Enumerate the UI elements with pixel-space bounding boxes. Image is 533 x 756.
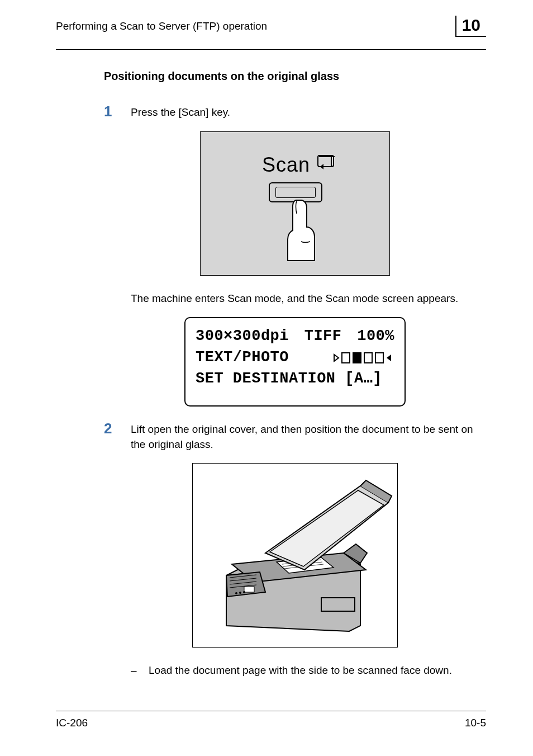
svg-rect-2 bbox=[353, 353, 361, 363]
density-indicator-icon bbox=[333, 347, 394, 368]
page-header: Performing a Scan to Server (FTP) operat… bbox=[56, 20, 486, 38]
page: Performing a Scan to Server (FTP) operat… bbox=[0, 0, 533, 756]
lcd-quality: TEXT/PHOTO bbox=[196, 347, 289, 368]
step-1-result-text: The machine enters Scan mode, and the Sc… bbox=[104, 291, 486, 306]
chapter-number-box: 10 bbox=[455, 16, 486, 37]
footer-page-number: 10-5 bbox=[465, 717, 486, 729]
lcd-resolution: 300×300dpi bbox=[196, 326, 289, 347]
content-area: Positioning documents on the original gl… bbox=[56, 50, 486, 678]
step-2-bullet: – Load the document page with the side t… bbox=[104, 663, 486, 678]
lcd-line-1: 300×300dpi TIFF 100% bbox=[196, 326, 394, 347]
running-head: Performing a Scan to Server (FTP) operat… bbox=[56, 20, 267, 32]
step-1-text: Press the [Scan] key. bbox=[131, 105, 486, 120]
chapter-number: 10 bbox=[462, 16, 480, 34]
svg-rect-1 bbox=[342, 353, 350, 363]
figure-scan-key: Scan bbox=[200, 131, 390, 276]
figure-copier bbox=[192, 463, 398, 648]
lcd-line-2: TEXT/PHOTO bbox=[196, 347, 394, 368]
step-1: 1 Press the [Scan] key. bbox=[104, 105, 486, 120]
bullet-dash: – bbox=[131, 663, 149, 678]
page-footer: IC-206 10-5 bbox=[56, 711, 486, 729]
step-2-bullet-text: Load the document page with the side to … bbox=[149, 663, 452, 678]
svg-point-7 bbox=[235, 592, 237, 594]
scan-key-label: Scan bbox=[262, 153, 310, 177]
lcd-line-3: SET DESTINATION [A…] bbox=[196, 368, 394, 390]
step-2: 2 Lift open the original cover, and then… bbox=[104, 422, 486, 452]
svg-rect-3 bbox=[364, 353, 372, 363]
section-heading: Positioning documents on the original gl… bbox=[104, 70, 486, 83]
svg-rect-4 bbox=[375, 353, 383, 363]
svg-point-9 bbox=[243, 591, 245, 593]
figure-lcd: 300×300dpi TIFF 100% TEXT/PHOTO bbox=[184, 317, 406, 407]
lcd-zoom: 100% bbox=[357, 326, 394, 347]
svg-point-8 bbox=[239, 592, 241, 594]
figure-lcd-wrap: 300×300dpi TIFF 100% TEXT/PHOTO bbox=[104, 317, 486, 407]
step-2-number: 2 bbox=[104, 421, 131, 436]
lcd-format: TIFF bbox=[304, 326, 342, 347]
lcd-destination: SET DESTINATION [A…] bbox=[196, 368, 382, 390]
svg-rect-6 bbox=[244, 587, 254, 592]
copier-illustration-icon bbox=[193, 464, 398, 648]
step-1-number: 1 bbox=[104, 104, 131, 119]
step-2-text: Lift open the original cover, and then p… bbox=[131, 422, 486, 452]
footer-rule bbox=[56, 711, 486, 711]
scan-arrow-icon bbox=[317, 154, 336, 171]
figure-copier-wrap bbox=[104, 463, 486, 648]
footer-model: IC-206 bbox=[56, 717, 88, 729]
finger-icon bbox=[284, 197, 318, 264]
figure-scan-key-wrap: Scan bbox=[104, 131, 486, 276]
